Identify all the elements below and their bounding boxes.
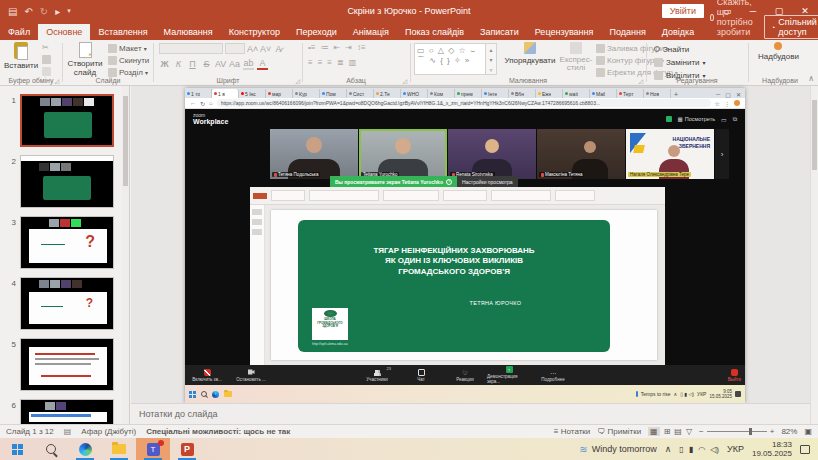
character-spacing-icon[interactable]: AV [215,59,226,69]
browser-tab[interactable]: 1 то [185,89,212,98]
stop-video-button[interactable]: Остановить ... [229,365,273,385]
participants-button[interactable]: 23Участники [355,365,399,385]
change-case-icon[interactable]: Aa [229,59,240,69]
font-name-box[interactable] [159,43,223,54]
quick-styles-button[interactable]: Експрес-стилі [558,42,594,73]
menu-dots-icon[interactable]: ⋮ [724,100,730,107]
tab-design[interactable]: Конструктор [221,24,288,40]
back-icon[interactable]: ← [190,100,196,106]
shapes-gallery[interactable]: ▭ ○ △ ◇ ☆ ⌣⌒ ∿ { } ✧ » [414,43,486,75]
clock[interactable]: 9:0515.05.2025 [709,389,732,400]
thumbnail-slide-6[interactable]: 6 [6,399,122,424]
tab-help[interactable]: Довідка [654,24,702,40]
browser-profile-avatar[interactable] [734,100,740,106]
slide-sorter-icon[interactable]: ⊞ [664,427,671,436]
security-shield-icon[interactable] [666,116,672,122]
fit-slide-icon[interactable]: ▣ [804,427,812,436]
save-icon[interactable]: ▤ [8,6,17,17]
start-button[interactable] [0,438,34,460]
browser-tab[interactable]: Пом [320,89,347,98]
taskbar-edge[interactable] [68,438,102,460]
tab-transitions[interactable]: Переходи [288,24,345,40]
start-slideshow-icon[interactable]: ▸ [55,6,60,17]
reading-view-icon[interactable]: ▤ [674,427,682,436]
participant-tile[interactable]: Тетяна Подольська [270,129,358,179]
slideshow-icon[interactable]: ▽ [686,427,692,436]
align-center-icon[interactable]: ≡ [318,58,323,67]
unmute-button[interactable]: Включить зв... [185,365,229,385]
leave-meeting-button[interactable]: Выйти [728,369,741,382]
align-right-icon[interactable]: ≡ [327,58,332,67]
next-participants-arrow[interactable]: › [715,129,729,179]
zoom-level[interactable]: 82% [781,427,797,436]
new-slide-button[interactable]: Створити слайд [66,42,104,78]
browser-window-controls[interactable]: ─▢✕ [716,91,745,98]
highlight-icon[interactable]: ab [243,58,254,70]
action-center-icon[interactable] [800,445,810,454]
strikethrough-button[interactable]: S [201,59,212,69]
notes-toggle[interactable]: ≡ Нотатки [554,427,590,436]
redo-icon[interactable]: ↻ [40,6,48,17]
tab-home[interactable]: Основне [38,24,90,40]
line-spacing-icon[interactable]: ↕≡ [357,43,366,52]
thumbnail-slide-2[interactable]: 2 [6,155,122,211]
reset-button[interactable]: Скинути [108,55,149,66]
tab-record[interactable]: Записати [472,24,527,40]
tab-insert[interactable]: Вставлення [90,24,155,40]
zoom-slider[interactable]: − + [699,427,774,436]
thumbnail-scrollbar[interactable] [122,86,129,424]
browser-tab[interactable]: Ком [428,89,455,98]
view-settings-button[interactable]: Настройки просмотра [457,176,518,187]
weather-text[interactable]: Temps to rise [641,391,671,397]
dialog-launcher-icon[interactable]: ◿ [638,77,643,84]
participant-tile[interactable]: НАЦІОНАЛЬНЕЗВЕРНЕННЯ Наталя Олександрівн… [626,129,714,179]
thumbnail-slide-5[interactable]: 5 [6,338,122,394]
browser-tab[interactable]: мар [266,89,293,98]
comments-toggle[interactable]: 🗨 Примітки [597,427,641,436]
taskbar-chat-app-active[interactable]: T [136,438,170,460]
shapes-scroll[interactable]: ▴▾▿ [486,43,497,75]
cut-icon[interactable]: ✂ [42,43,51,52]
increase-indent-icon[interactable]: ⇥ [345,43,352,52]
browser-tab[interactable]: wait [563,89,590,98]
sign-in-button[interactable]: Увійти [662,4,704,18]
browser-tab[interactable]: 2.Те [374,89,401,98]
browser-tab[interactable]: Сист [347,89,374,98]
language-indicator[interactable]: УКР [727,444,744,454]
home-icon[interactable]: ⌂ [209,100,213,106]
view-button[interactable]: ▦Посмотреть [678,116,716,122]
browser-tab[interactable]: Нов [644,89,671,98]
align-left-icon[interactable]: ≡ [308,58,313,67]
browser-tab[interactable]: 5 Інс [239,89,266,98]
arrange-button[interactable]: Упорядкувати [504,42,556,65]
tab-review[interactable]: Рецензування [527,24,602,40]
chat-button[interactable]: Чат [399,365,443,385]
accessibility-status[interactable]: Спеціальні можливості: щось не так [146,427,290,436]
justify-icon[interactable]: ≣ [337,58,344,67]
file-explorer-icon[interactable] [224,391,232,397]
search-button[interactable] [34,438,68,460]
reload-icon[interactable]: ↻ [200,100,205,107]
system-tray-icons[interactable]: ▯▮◠◁) [679,445,719,454]
paste-button[interactable]: Вставити [4,42,38,70]
italic-button[interactable]: К [173,59,184,69]
thumbnail-slide-1[interactable]: 1 [6,94,122,150]
tab-view[interactable]: Подання [601,24,653,40]
search-icon[interactable] [201,391,207,397]
tab-animations[interactable]: Анімація [345,24,397,40]
layout-button[interactable]: Макет▾ [108,43,149,54]
bullets-icon[interactable]: •≡ [308,43,315,52]
columns-icon[interactable]: ▥ [349,58,357,67]
language-status[interactable]: Афар (Джібуті) [81,427,136,436]
taskbar-explorer[interactable] [102,438,136,460]
thumbnail-slide-3[interactable]: 3 ? [6,216,122,272]
tray-chevron-icon[interactable]: ∧ [674,391,678,397]
clear-formatting-icon[interactable]: A̷ [273,44,284,54]
dialog-launcher-icon[interactable]: ◿ [295,77,300,84]
browser-tab[interactable]: Еже [536,89,563,98]
participant-tile-speaking[interactable]: Tetiana Yurochko [359,129,447,179]
browser-tab[interactable]: WHO [401,89,428,98]
fullscreen-icon[interactable]: ⧉ [733,116,737,123]
qat-more-icon[interactable]: ▾ [67,7,71,15]
slide-1-content[interactable]: 1 то 1 в 5 Інс мар Кур Пом Сист 2.Те WHO… [185,88,745,403]
